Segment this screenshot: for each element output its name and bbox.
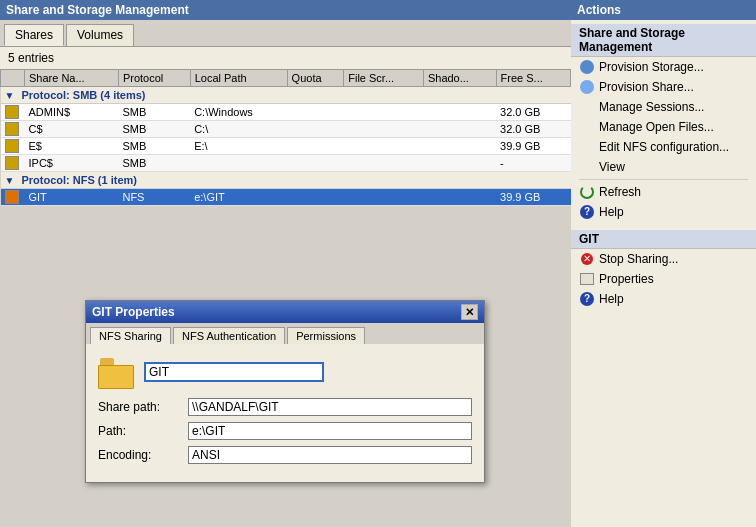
action-manage-sessions[interactable]: Manage Sessions... (571, 97, 756, 117)
action-provision-share[interactable]: Provision Share... (571, 77, 756, 97)
divider1 (579, 179, 748, 180)
action-manage-open-files-label: Manage Open Files... (599, 120, 714, 134)
folder-icon (98, 356, 134, 388)
share-path-input[interactable] (188, 398, 472, 416)
col-protocol[interactable]: Protocol (118, 70, 190, 87)
nfs-icon (5, 190, 19, 204)
action-stop-sharing[interactable]: ✕ Stop Sharing... (571, 249, 756, 269)
share-path-label: Share path: (98, 400, 188, 414)
edit-nfs-icon (579, 139, 595, 155)
tab-volumes[interactable]: Volumes (66, 24, 134, 46)
dialog-close-button[interactable]: ✕ (461, 304, 478, 320)
smb-icon (5, 105, 19, 119)
table-row[interactable]: E$ SMB E:\ 39.9 GB (1, 138, 571, 155)
col-free[interactable]: Free S... (496, 70, 570, 87)
share-free-admin: 32.0 GB (496, 104, 570, 121)
table-row[interactable]: C$ SMB C:\ 32.0 GB (1, 121, 571, 138)
smb-icon (5, 156, 19, 170)
share-name-admin: ADMIN$ (25, 104, 119, 121)
share-path-row: Share path: (98, 398, 472, 416)
manage-open-files-icon (579, 119, 595, 135)
action-help-main-label: Help (599, 205, 624, 219)
right-panel-title: Actions (571, 0, 756, 20)
action-refresh-label: Refresh (599, 185, 641, 199)
dialog-body: Share path: Path: Encoding: (86, 344, 484, 482)
expand-nfs-icon[interactable]: ▼ (5, 175, 15, 186)
action-view[interactable]: View (571, 157, 756, 177)
col-filescr[interactable]: File Scr... (344, 70, 424, 87)
refresh-icon (579, 184, 595, 200)
right-panel: Actions Share and Storage Management Pro… (571, 0, 756, 527)
help-git-icon: ? (579, 291, 595, 307)
smb-icon (5, 139, 19, 153)
properties-icon (579, 271, 595, 287)
manage-sessions-icon (579, 99, 595, 115)
dialog-icon-row (98, 356, 472, 388)
provision-share-icon (579, 79, 595, 95)
path-label: Path: (98, 424, 188, 438)
action-edit-nfs[interactable]: Edit NFS configuration... (571, 137, 756, 157)
section-title-sasm: Share and Storage Management (571, 24, 756, 57)
group-smb-label: Protocol: SMB (4 items) (21, 89, 145, 101)
table-row-selected[interactable]: GIT NFS e:\GIT 39.9 GB (1, 189, 571, 206)
share-table: Share Na... Protocol Local Path Quota Fi… (0, 69, 571, 206)
action-view-label: View (599, 160, 625, 174)
actions-section-git: GIT ✕ Stop Sharing... Properties ? Help (571, 226, 756, 313)
col-quota[interactable]: Quota (287, 70, 344, 87)
table-row[interactable]: IPC$ SMB - (1, 155, 571, 172)
share-path-admin: C:\Windows (190, 104, 287, 121)
action-refresh[interactable]: Refresh (571, 182, 756, 202)
group-nfs: ▼ Protocol: NFS (1 item) (1, 172, 571, 189)
col-icon (1, 70, 25, 87)
action-help-main[interactable]: ? Help (571, 202, 756, 222)
action-help-git[interactable]: ? Help (571, 289, 756, 309)
action-manage-sessions-label: Manage Sessions... (599, 100, 704, 114)
action-provision-storage[interactable]: Provision Storage... (571, 57, 756, 77)
action-provision-storage-label: Provision Storage... (599, 60, 704, 74)
col-localpath[interactable]: Local Path (190, 70, 287, 87)
action-help-git-label: Help (599, 292, 624, 306)
actions-section-sasm: Share and Storage Management Provision S… (571, 20, 756, 226)
tab-shares[interactable]: Shares (4, 24, 64, 46)
group-nfs-label: Protocol: NFS (1 item) (21, 174, 137, 186)
dialog-title-text: GIT Properties (92, 305, 175, 319)
entries-count: 5 entries (0, 47, 571, 69)
action-manage-open-files[interactable]: Manage Open Files... (571, 117, 756, 137)
stop-sharing-icon: ✕ (579, 251, 595, 267)
expand-smb-icon[interactable]: ▼ (5, 90, 15, 101)
action-edit-nfs-label: Edit NFS configuration... (599, 140, 729, 154)
dialog-title-bar: GIT Properties ✕ (86, 301, 484, 323)
col-shadow[interactable]: Shado... (423, 70, 496, 87)
dialog-tabs: NFS Sharing NFS Authentication Permissio… (86, 323, 484, 344)
encoding-row: Encoding: (98, 446, 472, 464)
smb-icon (5, 122, 19, 136)
provision-storage-icon (579, 59, 595, 75)
group-smb: ▼ Protocol: SMB (4 items) (1, 87, 571, 104)
git-properties-dialog: GIT Properties ✕ NFS Sharing NFS Authent… (85, 300, 485, 483)
path-row: Path: (98, 422, 472, 440)
col-sharename[interactable]: Share Na... (25, 70, 119, 87)
dialog-tab-permissions[interactable]: Permissions (287, 327, 365, 344)
action-stop-sharing-label: Stop Sharing... (599, 252, 678, 266)
view-icon (579, 159, 595, 175)
dialog-tab-nfs-auth[interactable]: NFS Authentication (173, 327, 285, 344)
help-main-icon: ? (579, 204, 595, 220)
action-properties-label: Properties (599, 272, 654, 286)
action-properties[interactable]: Properties (571, 269, 756, 289)
dialog-tab-nfs-sharing[interactable]: NFS Sharing (90, 327, 171, 344)
action-provision-share-label: Provision Share... (599, 80, 694, 94)
share-name-input[interactable] (144, 362, 324, 382)
encoding-input[interactable] (188, 446, 472, 464)
window-title: Share and Storage Management (0, 0, 571, 20)
encoding-label: Encoding: (98, 448, 188, 462)
section-title-git: GIT (571, 230, 756, 249)
path-input[interactable] (188, 422, 472, 440)
share-protocol-admin: SMB (118, 104, 190, 121)
share-name-c: C$ (25, 121, 119, 138)
tabs-bar: Shares Volumes (0, 20, 571, 47)
table-row[interactable]: ADMIN$ SMB C:\Windows 32.0 GB (1, 104, 571, 121)
